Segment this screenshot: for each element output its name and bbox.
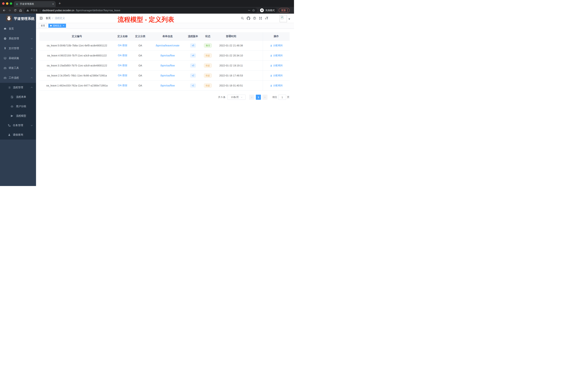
breadcrumb: 首页 / 流程定义 (46, 17, 65, 20)
chevron-down-icon (31, 67, 33, 69)
definition-name-link[interactable]: OA 请假 (118, 54, 127, 57)
definition-category: OA (131, 81, 150, 90)
sidebar-item-label: 流程管理 (13, 86, 31, 89)
tab-close-icon[interactable]: × (52, 2, 54, 5)
assign-rule-link[interactable]: 分配规则 (270, 64, 283, 67)
chevron-down-icon (31, 47, 33, 49)
row-filler (247, 51, 263, 60)
sidebar-item-submenu-2[interactable]: 用户分组 (0, 102, 36, 111)
version-badge: v2 (190, 74, 196, 77)
breadcrumb-home[interactable]: 首页 (46, 17, 51, 20)
version-cell: v5 (185, 41, 201, 50)
form-info-link[interactable]: /bpm/oa/flow (160, 74, 175, 77)
url-host: dashboard.yudao.iocoder.cn (42, 9, 74, 12)
sidebar-item-label: 工作流程 (9, 76, 31, 79)
sidebar-item-submenu-0[interactable]: 流程管理 (0, 83, 36, 92)
form-info-link[interactable]: /bpm/oa/flow (160, 64, 175, 67)
assign-rule-link[interactable]: 分配规则 (270, 74, 283, 77)
sidebar-item-submenu-4[interactable]: 任务管理 (0, 121, 36, 130)
sidebar-item-label: 系统管理 (9, 37, 31, 40)
definition-name-cell: OA 请假 (114, 71, 131, 80)
definition-name-link[interactable]: OA 请假 (118, 74, 127, 77)
assign-rule-link[interactable]: 分配规则 (270, 54, 283, 57)
assign-rule-link[interactable]: 分配规则 (270, 84, 283, 87)
breadcrumb-current: 流程定义 (55, 17, 65, 20)
sidebar-item-label: 研发工具 (9, 66, 31, 70)
table-body: oa_leave:5:004b710b-7b8a-11ec-8ef0-acde4… (40, 41, 290, 91)
security-label[interactable]: 不安全 (31, 9, 38, 12)
assign-rule-label: 分配规则 (273, 84, 283, 87)
user-icon (270, 55, 272, 57)
robot-icon (10, 105, 13, 108)
definition-id: oa_leave:4:991f2193-7b7f-11ec-a3c8-acde4… (40, 51, 114, 60)
fullscreen-icon[interactable] (259, 17, 262, 20)
prev-page-button[interactable]: ‹ (249, 95, 254, 100)
page-1-button[interactable]: 1 (256, 95, 261, 100)
browser-update-menu[interactable]: 更新 (279, 8, 290, 12)
assign-rule-link[interactable]: 分配规则 (270, 44, 283, 47)
column-header-1: 定义名称 (114, 32, 131, 40)
sidebar: 芋道管理系统 首页系统管理¥支付管理基础设施研发工具工作流程 流程管理流程表单用… (0, 14, 36, 186)
sidebar-logo[interactable]: 芋道管理系统 (0, 14, 36, 24)
reload-icon[interactable] (12, 8, 18, 13)
home-icon[interactable] (18, 8, 23, 13)
new-tab-button[interactable]: + (59, 1, 61, 6)
chevron-up-icon (31, 77, 33, 79)
sidebar-item-submenu-3[interactable]: 流程模型 (0, 111, 36, 121)
form-info-link[interactable]: /bpm/oa/leave/create (156, 44, 179, 47)
sidebar-item-submenu-5[interactable]: 请假查询 (0, 130, 36, 140)
tag-1[interactable]: 流程定义× (48, 24, 66, 28)
next-page-button[interactable]: › (262, 95, 267, 100)
form-info-link[interactable]: /bpm/oa/flow (160, 54, 175, 57)
user-avatar[interactable] (280, 15, 287, 22)
status-cell: 挂起 (201, 51, 215, 60)
minimize-window-button[interactable] (6, 2, 8, 5)
form-info-link[interactable]: /bpm/oa/flow (160, 84, 175, 87)
status-cell: 激活 (201, 41, 215, 50)
sidebar-menu: 首页系统管理¥支付管理基础设施研发工具工作流程 (0, 24, 36, 83)
avatar-caret-icon[interactable] (288, 19, 290, 21)
password-key-icon[interactable] (248, 9, 251, 12)
definition-name-link[interactable]: OA 请假 (118, 44, 127, 47)
sidebar-item-menu-1[interactable]: 系统管理 (0, 34, 36, 44)
search-icon[interactable] (241, 17, 244, 20)
user-icon (270, 44, 272, 47)
table-row: oa_leave:4:991f2193-7b7f-11ec-a3c8-acde4… (40, 51, 290, 61)
address-field[interactable]: 不安全 | dashboard.yudao.iocoder.cn/bpm/man… (24, 8, 257, 13)
tag-close-icon[interactable]: × (63, 25, 64, 27)
deploy-time: 2022-01-22 21:48:38 (215, 41, 247, 50)
tree-icon (8, 124, 11, 127)
tag-0[interactable]: 首页 (39, 24, 47, 28)
github-icon[interactable] (247, 17, 250, 20)
menu-dots-icon[interactable] (287, 9, 288, 11)
bookmark-star-icon[interactable] (252, 9, 255, 12)
app-title: 芋道管理系统 (14, 16, 34, 21)
update-label[interactable]: 更新 (281, 9, 286, 12)
help-icon[interactable] (253, 17, 256, 20)
sidebar-item-menu-3[interactable]: 基础设施 (0, 53, 36, 63)
column-header-0: 定义编号 (40, 32, 114, 40)
status-cell: 挂起 (201, 61, 215, 70)
definition-name-link[interactable]: OA 请假 (118, 84, 127, 87)
sidebar-item-menu-5[interactable]: 工作流程 (0, 73, 36, 83)
zoom-window-button[interactable] (10, 2, 12, 5)
definition-name-link[interactable]: OA 请假 (118, 64, 127, 67)
action-cell: 分配规则 (263, 51, 290, 60)
breadcrumb-separator: / (52, 17, 53, 20)
sidebar-item-menu-2[interactable]: ¥支付管理 (0, 44, 36, 53)
close-window-button[interactable] (2, 2, 5, 5)
forward-icon[interactable] (7, 8, 12, 13)
text-size-icon[interactable]: TT (265, 17, 268, 20)
sidebar-item-label: 流程模型 (16, 114, 32, 118)
action-cell: 分配规则 (263, 81, 290, 90)
page-size-select[interactable]: 10条/页 (227, 95, 246, 100)
goto-page-input[interactable] (278, 95, 286, 100)
sidebar-item-submenu-1[interactable]: 流程表单 (0, 92, 36, 102)
sidebar-item-menu-0[interactable]: 首页 (0, 24, 36, 34)
browser-tab[interactable]: 芋道管理系统 × (14, 1, 56, 7)
definition-name-cell: OA 请假 (114, 61, 131, 70)
definition-category: OA (131, 51, 150, 60)
back-icon[interactable] (1, 8, 7, 13)
sidebar-toggle-icon[interactable] (39, 16, 43, 20)
sidebar-item-menu-4[interactable]: 研发工具 (0, 63, 36, 73)
